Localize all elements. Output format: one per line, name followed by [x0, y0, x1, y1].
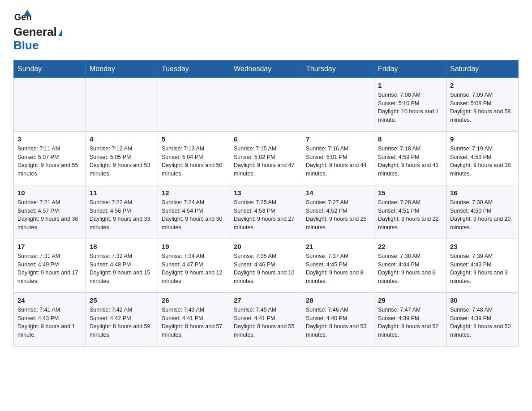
day-number: 13 [234, 189, 298, 197]
day-info: Sunrise: 7:48 AMSunset: 4:39 PMDaylight:… [450, 306, 515, 339]
day-number: 5 [162, 135, 226, 143]
day-number: 14 [306, 189, 370, 197]
calendar-header-monday: Monday [86, 60, 158, 77]
day-info: Sunrise: 7:31 AMSunset: 4:49 PMDaylight:… [17, 252, 82, 286]
day-number: 29 [378, 296, 442, 304]
day-number: 28 [306, 296, 370, 304]
calendar-cell: 12Sunrise: 7:24 AMSunset: 4:54 PMDayligh… [158, 185, 230, 239]
calendar-header-tuesday: Tuesday [158, 60, 230, 77]
calendar-cell: 17Sunrise: 7:31 AMSunset: 4:49 PMDayligh… [14, 239, 86, 292]
calendar-header-friday: Friday [374, 60, 446, 77]
calendar-cell: 10Sunrise: 7:21 AMSunset: 4:57 PMDayligh… [14, 185, 86, 239]
day-number: 1 [378, 81, 442, 89]
day-info: Sunrise: 7:25 AMSunset: 4:53 PMDaylight:… [234, 198, 298, 232]
logo-text-general: General [13, 25, 62, 39]
calendar-header-saturday: Saturday [446, 60, 519, 77]
day-info: Sunrise: 7:24 AMSunset: 4:54 PMDaylight:… [162, 198, 226, 232]
calendar-cell: 9Sunrise: 7:19 AMSunset: 4:58 PMDaylight… [446, 131, 519, 185]
calendar-cell: 7Sunrise: 7:16 AMSunset: 5:01 PMDaylight… [302, 131, 374, 185]
calendar-cell: 28Sunrise: 7:46 AMSunset: 4:40 PMDayligh… [302, 292, 374, 346]
day-info: Sunrise: 7:21 AMSunset: 4:57 PMDaylight:… [17, 198, 82, 232]
day-number: 27 [234, 296, 298, 304]
day-number: 9 [450, 135, 515, 143]
calendar-cell [14, 77, 86, 131]
day-info: Sunrise: 7:35 AMSunset: 4:46 PMDaylight:… [234, 252, 298, 286]
calendar-table: SundayMondayTuesdayWednesdayThursdayFrid… [13, 60, 519, 347]
day-info: Sunrise: 7:39 AMSunset: 4:43 PMDaylight:… [450, 252, 515, 286]
day-info: Sunrise: 7:34 AMSunset: 4:47 PMDaylight:… [162, 252, 226, 286]
calendar-cell: 16Sunrise: 7:30 AMSunset: 4:50 PMDayligh… [446, 185, 519, 239]
day-number: 22 [378, 243, 442, 250]
calendar-week-row: 10Sunrise: 7:21 AMSunset: 4:57 PMDayligh… [14, 185, 519, 239]
calendar-cell: 11Sunrise: 7:22 AMSunset: 4:56 PMDayligh… [86, 185, 158, 239]
calendar-header-row: SundayMondayTuesdayWednesdayThursdayFrid… [14, 60, 519, 77]
day-number: 10 [17, 189, 82, 197]
day-info: Sunrise: 7:43 AMSunset: 4:41 PMDaylight:… [162, 306, 226, 339]
day-number: 4 [90, 135, 154, 143]
day-number: 23 [450, 243, 515, 250]
calendar-cell: 14Sunrise: 7:27 AMSunset: 4:52 PMDayligh… [302, 185, 374, 239]
calendar-cell: 6Sunrise: 7:15 AMSunset: 5:02 PMDaylight… [230, 131, 302, 185]
day-number: 6 [234, 135, 298, 143]
day-info: Sunrise: 7:19 AMSunset: 4:58 PMDaylight:… [450, 145, 515, 178]
calendar-cell: 18Sunrise: 7:32 AMSunset: 4:48 PMDayligh… [86, 239, 158, 292]
calendar-week-row: 3Sunrise: 7:11 AMSunset: 5:07 PMDaylight… [14, 131, 519, 185]
calendar-cell [302, 77, 374, 131]
day-info: Sunrise: 7:13 AMSunset: 5:04 PMDaylight:… [162, 145, 226, 178]
day-number: 26 [162, 296, 226, 304]
calendar-cell: 23Sunrise: 7:39 AMSunset: 4:43 PMDayligh… [446, 239, 519, 292]
day-info: Sunrise: 7:41 AMSunset: 4:43 PMDaylight:… [17, 306, 82, 339]
day-number: 20 [234, 243, 298, 250]
calendar-cell: 8Sunrise: 7:18 AMSunset: 4:59 PMDaylight… [374, 131, 446, 185]
day-info: Sunrise: 7:09 AMSunset: 5:08 PMDaylight:… [450, 91, 515, 124]
day-number: 24 [17, 296, 82, 304]
day-number: 11 [90, 189, 154, 197]
day-number: 30 [450, 296, 515, 304]
day-info: Sunrise: 7:11 AMSunset: 5:07 PMDaylight:… [17, 145, 82, 178]
day-number: 2 [450, 81, 515, 89]
calendar-cell: 2Sunrise: 7:09 AMSunset: 5:08 PMDaylight… [446, 77, 519, 131]
day-number: 19 [162, 243, 226, 250]
day-info: Sunrise: 7:22 AMSunset: 4:56 PMDaylight:… [90, 198, 154, 232]
day-info: Sunrise: 7:16 AMSunset: 5:01 PMDaylight:… [306, 145, 370, 178]
day-info: Sunrise: 7:28 AMSunset: 4:51 PMDaylight:… [378, 198, 442, 232]
calendar-cell: 4Sunrise: 7:12 AMSunset: 5:05 PMDaylight… [86, 131, 158, 185]
day-info: Sunrise: 7:18 AMSunset: 4:59 PMDaylight:… [378, 145, 442, 178]
calendar-cell: 3Sunrise: 7:11 AMSunset: 5:07 PMDaylight… [14, 131, 86, 185]
calendar-cell: 13Sunrise: 7:25 AMSunset: 4:53 PMDayligh… [230, 185, 302, 239]
calendar-week-row: 24Sunrise: 7:41 AMSunset: 4:43 PMDayligh… [14, 292, 519, 346]
calendar-week-row: 1Sunrise: 7:08 AMSunset: 5:10 PMDaylight… [14, 77, 519, 131]
page-header: General General Blue [13, 9, 519, 52]
calendar-cell: 15Sunrise: 7:28 AMSunset: 4:51 PMDayligh… [374, 185, 446, 239]
day-number: 3 [17, 135, 82, 143]
day-info: Sunrise: 7:45 AMSunset: 4:41 PMDaylight:… [234, 306, 298, 339]
day-number: 7 [306, 135, 370, 143]
day-info: Sunrise: 7:12 AMSunset: 5:05 PMDaylight:… [90, 145, 154, 178]
day-info: Sunrise: 7:37 AMSunset: 4:45 PMDaylight:… [306, 252, 370, 286]
day-number: 16 [450, 189, 515, 197]
calendar-cell: 27Sunrise: 7:45 AMSunset: 4:41 PMDayligh… [230, 292, 302, 346]
calendar-cell: 22Sunrise: 7:38 AMSunset: 4:44 PMDayligh… [374, 239, 446, 292]
calendar-cell [86, 77, 158, 131]
calendar-header-thursday: Thursday [302, 60, 374, 77]
day-number: 17 [17, 243, 82, 250]
calendar-cell: 29Sunrise: 7:47 AMSunset: 4:39 PMDayligh… [374, 292, 446, 346]
calendar-cell: 24Sunrise: 7:41 AMSunset: 4:43 PMDayligh… [14, 292, 86, 346]
day-info: Sunrise: 7:47 AMSunset: 4:39 PMDaylight:… [378, 306, 442, 339]
calendar-cell: 25Sunrise: 7:42 AMSunset: 4:42 PMDayligh… [86, 292, 158, 346]
calendar-cell: 30Sunrise: 7:48 AMSunset: 4:39 PMDayligh… [446, 292, 519, 346]
day-info: Sunrise: 7:38 AMSunset: 4:44 PMDaylight:… [378, 252, 442, 286]
calendar-week-row: 17Sunrise: 7:31 AMSunset: 4:49 PMDayligh… [14, 239, 519, 292]
day-number: 12 [162, 189, 226, 197]
calendar-cell [158, 77, 230, 131]
calendar-cell: 5Sunrise: 7:13 AMSunset: 5:04 PMDaylight… [158, 131, 230, 185]
day-number: 15 [378, 189, 442, 197]
day-number: 25 [90, 296, 154, 304]
day-number: 21 [306, 243, 370, 250]
day-info: Sunrise: 7:27 AMSunset: 4:52 PMDaylight:… [306, 198, 370, 232]
day-info: Sunrise: 7:08 AMSunset: 5:10 PMDaylight:… [378, 91, 442, 124]
logo-text-blue: Blue [13, 39, 39, 52]
day-info: Sunrise: 7:46 AMSunset: 4:40 PMDaylight:… [306, 306, 370, 339]
day-number: 8 [378, 135, 442, 143]
day-info: Sunrise: 7:42 AMSunset: 4:42 PMDaylight:… [90, 306, 154, 339]
